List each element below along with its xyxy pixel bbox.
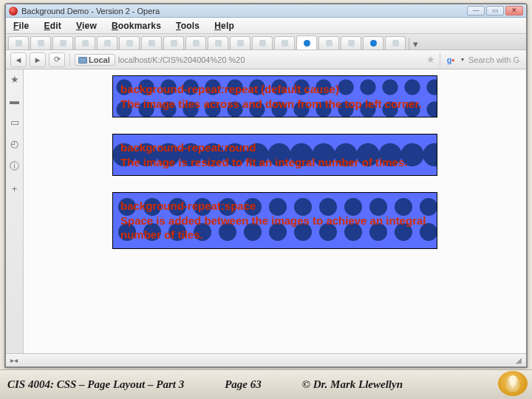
panel-bookmarks-icon[interactable]: ★ [10, 74, 19, 85]
browser-window: Background Demo - Version 2 - Opera — ▭ … [4, 3, 528, 368]
demo-box-round: background-repeat:round The image is res… [112, 134, 437, 176]
back-button[interactable]: ◄ [10, 52, 27, 67]
tab-16[interactable] [341, 36, 361, 50]
new-tab-button[interactable]: ▾ [409, 38, 422, 50]
local-badge[interactable]: Local [75, 54, 115, 66]
separator [69, 53, 70, 66]
tab-17[interactable] [363, 36, 383, 50]
tab-7[interactable] [141, 36, 162, 50]
menu-help[interactable]: Help [214, 21, 234, 31]
panel-notes-icon[interactable]: ▬ [10, 95, 19, 106]
tab-18[interactable] [385, 36, 406, 50]
tab-12[interactable] [252, 36, 273, 50]
tab-5[interactable] [97, 36, 117, 50]
slide-footer: CIS 4004: CSS – Page Layout – Part 3 Pag… [0, 369, 532, 399]
forward-button[interactable]: ► [30, 52, 46, 67]
panel-downloads-icon[interactable]: ▭ [10, 117, 19, 128]
page-viewport: background-repeat:repeat (default cause)… [24, 69, 526, 353]
panel-toggle-icon[interactable]: ▸◂ [10, 356, 18, 364]
url-field[interactable]: localhost/K:/CIS%204004%20 %20 [118, 55, 423, 64]
tab-3[interactable] [52, 36, 73, 50]
statusbar: ▸◂ ◢ [6, 353, 526, 366]
footer-page: Page 63 [225, 378, 262, 391]
tab-6[interactable] [119, 36, 140, 50]
search-engine-dropdown-icon[interactable]: ▾ [460, 55, 466, 64]
menu-tools[interactable]: Tools [176, 21, 200, 31]
search-input[interactable]: Search with G [468, 55, 522, 64]
window-title: Background Demo - Version 2 - Opera [21, 7, 467, 16]
demo-text-repeat: background-repeat:repeat (default cause)… [120, 83, 422, 110]
menu-edit[interactable]: Edit [44, 21, 61, 31]
titlebar[interactable]: Background Demo - Version 2 - Opera — ▭ … [6, 4, 526, 18]
tab-11[interactable] [230, 36, 250, 50]
opera-icon [9, 7, 18, 16]
footer-author: © Dr. Mark Llewellyn [302, 378, 403, 391]
tabstrip: ▾ [6, 34, 526, 50]
demo-box-repeat: background-repeat:repeat (default cause)… [112, 75, 437, 117]
content-area: ★ ▬ ▭ ◴ ⓘ + background-repeat:repeat (de… [6, 69, 526, 353]
menu-bookmarks[interactable]: Bookmarks [112, 21, 161, 31]
menu-view[interactable]: View [76, 21, 97, 31]
tab-active[interactable] [296, 35, 317, 50]
tab-9[interactable] [185, 36, 206, 50]
resize-grip-icon[interactable]: ◢ [516, 356, 522, 364]
demo-box-space: background-repeat:space Space is added b… [112, 192, 437, 249]
window-control-buttons: — ▭ ✕ [467, 6, 523, 16]
panel-history-icon[interactable]: ◴ [10, 138, 18, 149]
panel-info-icon[interactable]: ⓘ [10, 160, 19, 173]
footer-course: CIS 4004: CSS – Page Layout – Part 3 [7, 378, 184, 391]
tab-13[interactable] [274, 36, 295, 50]
demo-text-round: background-repeat:round The image is res… [120, 141, 407, 168]
tab-15[interactable] [318, 36, 339, 50]
tab-4[interactable] [75, 36, 95, 50]
minimize-button[interactable]: — [467, 6, 485, 16]
reload-button[interactable]: ⟳ [49, 52, 65, 67]
bookmark-star-icon[interactable]: ★ [426, 54, 435, 65]
google-search-icon[interactable]: g▪ [445, 54, 457, 66]
menubar: File Edit View Bookmarks Tools Help [6, 18, 526, 34]
close-button[interactable]: ✕ [505, 6, 523, 16]
tab-8[interactable] [163, 36, 184, 50]
demo-text-space: background-repeat:space Space is added b… [120, 200, 426, 241]
navbar: ◄ ► ⟳ Local localhost/K:/CIS%204004%20 %… [6, 50, 526, 69]
tab-10[interactable] [208, 36, 228, 50]
tab-1[interactable] [8, 36, 29, 50]
maximize-button[interactable]: ▭ [486, 6, 504, 16]
separator [440, 53, 440, 66]
menu-file[interactable]: File [13, 21, 29, 31]
panel-sidebar: ★ ▬ ▭ ◴ ⓘ + [6, 69, 24, 353]
ucf-logo-icon [498, 371, 528, 396]
tab-2[interactable] [30, 36, 51, 50]
panel-add-icon[interactable]: + [12, 183, 18, 194]
